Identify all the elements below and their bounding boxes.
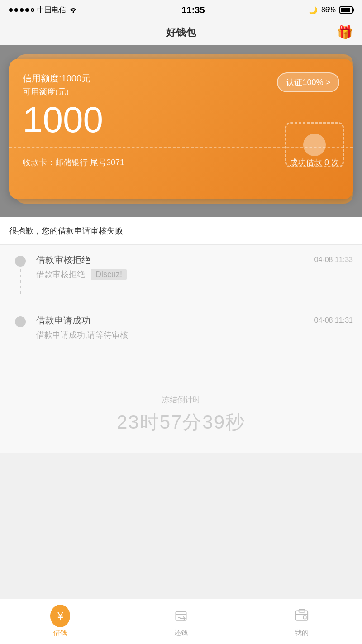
credit-limit: 信用额度:1000元	[23, 72, 90, 85]
wallet-coin	[303, 134, 326, 156]
wallet-card: 信用额度:1000元 可用额度(元) 认证100% > 1000 收款卡：邮储银…	[9, 59, 353, 199]
freeze-section: 冻结倒计时 23时57分39秒	[0, 367, 362, 453]
status-bar: 中国电信 11:35 🌙 86%	[0, 0, 362, 20]
credit-info: 信用额度:1000元 可用额度(元)	[23, 72, 90, 97]
bank-info: 收款卡：邮储银行 尾号3071	[23, 157, 124, 168]
tab-borrow-label: 借钱	[53, 629, 67, 637]
timeline-content-2: 借款申请成功 借款申请成功,请等待审核	[32, 315, 310, 340]
battery-label: 86%	[321, 6, 336, 14]
tab-mine[interactable]: 我的	[241, 606, 362, 637]
tab-borrow[interactable]: ¥ 借钱	[0, 606, 121, 637]
yen-icon: ¥	[57, 610, 63, 622]
timeline-item: 借款审核拒绝 借款审核拒绝 Discuz! 04-08 11:33	[9, 254, 353, 296]
notice-banner: 很抱歉，您的借款申请审核失败	[0, 217, 362, 245]
tab-mine-label: 我的	[295, 629, 309, 637]
tab-repay[interactable]: 还钱	[121, 606, 242, 637]
wallet-section: 信用额度:1000元 可用额度(元) 认证100% > 1000 收款卡：邮储银…	[0, 45, 362, 217]
timeline-desc-1: 借款审核拒绝 Discuz!	[36, 269, 310, 280]
signal-dots	[9, 8, 34, 12]
tab-repay-icon	[171, 606, 191, 626]
timeline-dot-2	[15, 316, 26, 327]
notice-text: 很抱歉，您的借款申请审核失败	[9, 226, 123, 235]
carrier-label: 中国电信	[37, 5, 66, 15]
svg-point-0	[73, 12, 74, 13]
timeline-left-2	[9, 315, 32, 340]
tab-bar: ¥ 借钱 还钱 我的	[0, 599, 362, 644]
borrow-circle-icon: ¥	[50, 605, 70, 627]
status-left: 中国电信	[9, 5, 78, 15]
wallet-graphic	[285, 122, 344, 167]
status-time: 11:35	[181, 5, 205, 15]
nav-title: 好钱包	[166, 26, 196, 39]
discuz-badge: Discuz!	[91, 269, 127, 280]
timeline-section: 借款审核拒绝 借款审核拒绝 Discuz! 04-08 11:33 借款申请成功…	[0, 245, 362, 367]
repay-svg-icon	[173, 608, 189, 624]
timeline-title-1: 借款审核拒绝	[36, 254, 310, 266]
freeze-timer: 23时57分39秒	[9, 410, 353, 435]
timeline-left-1	[9, 254, 32, 296]
available-label: 可用额度(元)	[23, 86, 90, 97]
auth-badge[interactable]: 认证100% >	[277, 72, 339, 92]
timeline-title-2: 借款申请成功	[36, 315, 310, 327]
mine-svg-icon	[294, 608, 310, 624]
moon-icon: 🌙	[309, 6, 318, 14]
status-right: 🌙 86%	[309, 6, 353, 14]
timeline-line-1	[20, 269, 21, 296]
gift-icon[interactable]: 🎁	[337, 25, 353, 40]
tab-borrow-icon: ¥	[50, 606, 70, 626]
wifi-icon	[69, 6, 78, 14]
battery-icon	[339, 6, 353, 14]
tab-mine-icon	[292, 606, 312, 626]
timeline-time-1: 04-08 11:33	[310, 254, 353, 296]
timeline-content-1: 借款审核拒绝 借款审核拒绝 Discuz!	[32, 254, 310, 296]
svg-rect-8	[303, 616, 306, 619]
timeline-time-2: 04-08 11:31	[310, 315, 353, 340]
timeline-dot-1	[15, 256, 26, 267]
tab-repay-label: 还钱	[174, 629, 188, 637]
timeline-item-2: 借款申请成功 借款申请成功,请等待审核 04-08 11:31	[9, 315, 353, 340]
freeze-label: 冻结倒计时	[9, 395, 353, 405]
timeline-desc-2: 借款申请成功,请等待审核	[36, 329, 310, 340]
nav-bar: 好钱包 🎁	[0, 20, 362, 45]
